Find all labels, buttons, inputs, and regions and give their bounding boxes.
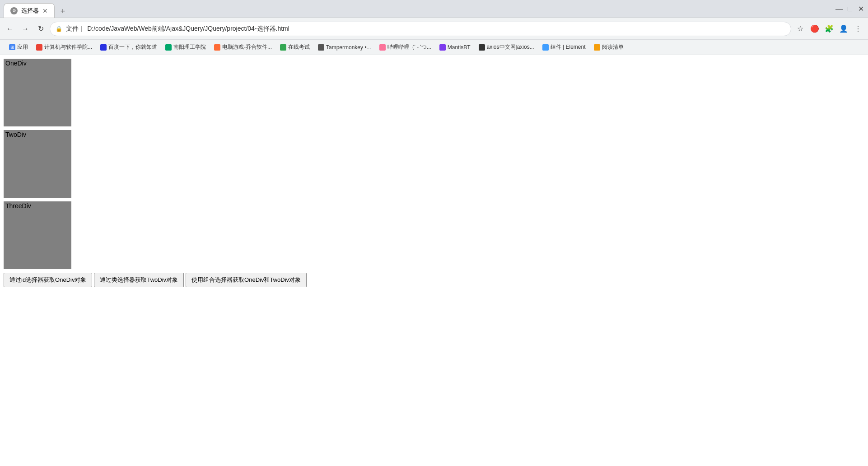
extension-button-1[interactable]: 🔴	[808, 23, 821, 35]
bookmark-game-label: 电脑游戏-乔合软件...	[222, 43, 272, 51]
two-div-label: TwoDiv	[5, 131, 26, 138]
readlist-icon	[594, 44, 600, 51]
element-icon	[542, 44, 549, 51]
menu-button[interactable]: ⋮	[852, 23, 864, 35]
address-url: D:/code/JavaWeb/Web前端/Ajax&JQuery/JQuery…	[87, 25, 289, 32]
btn-class-selector[interactable]: 通过类选择器获取TwoDiv对象	[94, 273, 184, 287]
address-bar[interactable]: 🔒 文件 | D:/code/JavaWeb/Web前端/Ajax&JQuery…	[50, 22, 791, 36]
game-icon	[214, 44, 220, 51]
bookmark-tampermonkey-label: Tampermonkey •...	[326, 44, 371, 51]
tampermonkey-icon	[318, 44, 324, 51]
one-div-box: OneDiv	[4, 59, 71, 126]
bookmark-readlist[interactable]: 阅读清单	[590, 42, 627, 53]
bookmark-baidu[interactable]: 百度一下，你就知道	[97, 42, 161, 53]
exam-icon	[280, 44, 286, 51]
bookmark-nylt[interactable]: 南阳理工学院	[162, 42, 210, 53]
nylt-icon	[165, 44, 172, 51]
btn-id-selector[interactable]: 通过id选择器获取OneDiv对象	[4, 273, 92, 287]
three-div-label: ThreeDiv	[5, 202, 31, 210]
maximize-button[interactable]: □	[846, 5, 854, 13]
profile-button[interactable]: 👤	[837, 23, 850, 35]
apps-icon: ⊞	[9, 44, 15, 50]
close-button[interactable]: ✕	[857, 5, 864, 13]
bookmark-axios[interactable]: axios中文网|axios...	[475, 42, 538, 53]
tab-title: 选择器	[21, 7, 39, 15]
active-tab[interactable]: ⚙ 选择器 ✕	[4, 3, 55, 18]
tab-favicon: ⚙	[10, 7, 18, 14]
bookmark-bilibili[interactable]: 哔哩哔哩（' - 'つ...	[376, 42, 435, 53]
baidu-icon	[100, 44, 107, 51]
title-bar: ⚙ 选择器 ✕ + — □ ✕	[0, 0, 868, 18]
bookmark-tampermonkey[interactable]: Tampermonkey •...	[314, 42, 375, 52]
bookmark-readlist-label: 阅读清单	[602, 43, 624, 51]
bookmark-apps-label: 应用	[17, 43, 28, 51]
bookmark-bilibili-label: 哔哩哔哩（' - 'つ...	[387, 43, 431, 51]
forward-button[interactable]: →	[19, 23, 32, 35]
address-text: 文件 | D:/code/JavaWeb/Web前端/Ajax&JQuery/J…	[66, 25, 785, 33]
bookmark-element-label: 组件 | Element	[551, 43, 586, 51]
bookmark-exam-label: 在线考试	[288, 43, 310, 51]
minimize-button[interactable]: —	[835, 5, 843, 13]
nav-bar: ← → ↻ 🔒 文件 | D:/code/JavaWeb/Web前端/Ajax&…	[0, 18, 868, 40]
bookmark-exam[interactable]: 在线考试	[276, 42, 313, 53]
page-content: OneDiv TwoDiv ThreeDiv 通过id选择器获取OneDiv对象…	[0, 55, 868, 466]
window-controls: — □ ✕	[835, 5, 864, 13]
tab-bar: ⚙ 选择器 ✕ +	[4, 0, 835, 18]
btn-combo-selector[interactable]: 使用组合选择器获取OneDiv和TwoDiv对象	[186, 273, 307, 287]
bookmark-mantisbt-label: MantisBT	[448, 44, 471, 51]
bookmark-axios-label: axios中文网|axios...	[487, 43, 534, 51]
bookmark-baidu-label: 百度一下，你就知道	[108, 43, 157, 51]
bookmarks-bar: ⊞ 应用 计算机与软件学院... 百度一下，你就知道 南阳理工学院 电脑游戏-乔…	[0, 40, 868, 55]
three-div-box: ThreeDiv	[4, 201, 71, 269]
extension-button-2[interactable]: 🧩	[823, 23, 835, 35]
tab-close-button[interactable]: ✕	[42, 7, 48, 14]
lock-icon: 🔒	[56, 26, 62, 32]
axios-icon	[479, 44, 485, 51]
bookmark-star-button[interactable]: ☆	[794, 23, 807, 35]
bookmark-nylt-label: 南阳理工学院	[173, 43, 206, 51]
back-button[interactable]: ←	[4, 23, 16, 35]
bookmark-apps[interactable]: ⊞ 应用	[5, 42, 32, 53]
address-prefix: 文件 |	[66, 25, 82, 32]
one-div-label: OneDiv	[5, 60, 27, 67]
nav-right-icons: ☆ 🔴 🧩 👤 ⋮	[794, 23, 864, 35]
new-tab-button[interactable]: +	[56, 5, 69, 18]
bookmark-mantisbt[interactable]: MantisBT	[436, 42, 474, 52]
edu-icon	[36, 44, 42, 51]
two-div-box: TwoDiv	[4, 130, 71, 198]
bookmark-edu[interactable]: 计算机与软件学院...	[33, 42, 96, 53]
buttons-row: 通过id选择器获取OneDiv对象 通过类选择器获取TwoDiv对象 使用组合选…	[4, 273, 864, 287]
mantisbt-icon	[439, 44, 446, 51]
bookmark-edu-label: 计算机与软件学院...	[44, 43, 92, 51]
refresh-button[interactable]: ↻	[34, 23, 47, 35]
bookmark-element[interactable]: 组件 | Element	[539, 42, 589, 53]
bookmark-game[interactable]: 电脑游戏-乔合软件...	[210, 42, 275, 53]
bilibili-icon	[379, 44, 386, 51]
browser-window: ⚙ 选择器 ✕ + — □ ✕ ← → ↻ 🔒 文件 | D:/code/Jav…	[0, 0, 868, 466]
